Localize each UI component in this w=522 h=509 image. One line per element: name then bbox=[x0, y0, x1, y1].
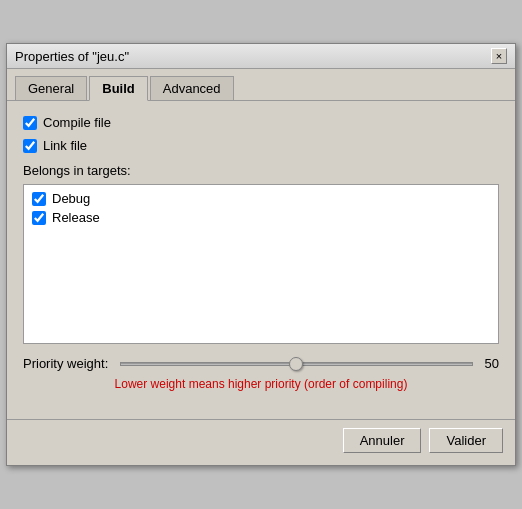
ok-button[interactable]: Valider bbox=[429, 428, 503, 453]
tab-general[interactable]: General bbox=[15, 76, 87, 101]
priority-hint: Lower weight means higher priority (orde… bbox=[23, 377, 499, 391]
priority-slider[interactable] bbox=[120, 362, 472, 366]
title-bar: Properties of "jeu.c" × bbox=[7, 44, 515, 69]
priority-row: Priority weight: 50 bbox=[23, 356, 499, 371]
tab-advanced[interactable]: Advanced bbox=[150, 76, 234, 101]
target-row: Debug bbox=[32, 191, 490, 206]
target-debug-label: Debug bbox=[52, 191, 90, 206]
compile-file-label: Compile file bbox=[43, 115, 111, 130]
priority-value: 50 bbox=[485, 356, 499, 371]
compile-file-row: Compile file bbox=[23, 115, 499, 130]
button-row: Annuler Valider bbox=[7, 419, 515, 465]
slider-container bbox=[120, 362, 472, 366]
cancel-button[interactable]: Annuler bbox=[343, 428, 422, 453]
link-file-row: Link file bbox=[23, 138, 499, 153]
priority-label: Priority weight: bbox=[23, 356, 108, 371]
compile-file-checkbox[interactable] bbox=[23, 116, 37, 130]
target-release-checkbox[interactable] bbox=[32, 211, 46, 225]
link-file-checkbox[interactable] bbox=[23, 139, 37, 153]
tab-bar: General Build Advanced bbox=[7, 69, 515, 101]
belongs-label: Belongs in targets: bbox=[23, 163, 499, 178]
dialog: Properties of "jeu.c" × General Build Ad… bbox=[6, 43, 516, 466]
tab-build[interactable]: Build bbox=[89, 76, 148, 101]
dialog-title: Properties of "jeu.c" bbox=[15, 49, 129, 64]
target-debug-checkbox[interactable] bbox=[32, 192, 46, 206]
target-row: Release bbox=[32, 210, 490, 225]
tab-content: Compile file Link file Belongs in target… bbox=[7, 101, 515, 419]
close-button[interactable]: × bbox=[491, 48, 507, 64]
target-release-label: Release bbox=[52, 210, 100, 225]
link-file-label: Link file bbox=[43, 138, 87, 153]
targets-box: Debug Release bbox=[23, 184, 499, 344]
